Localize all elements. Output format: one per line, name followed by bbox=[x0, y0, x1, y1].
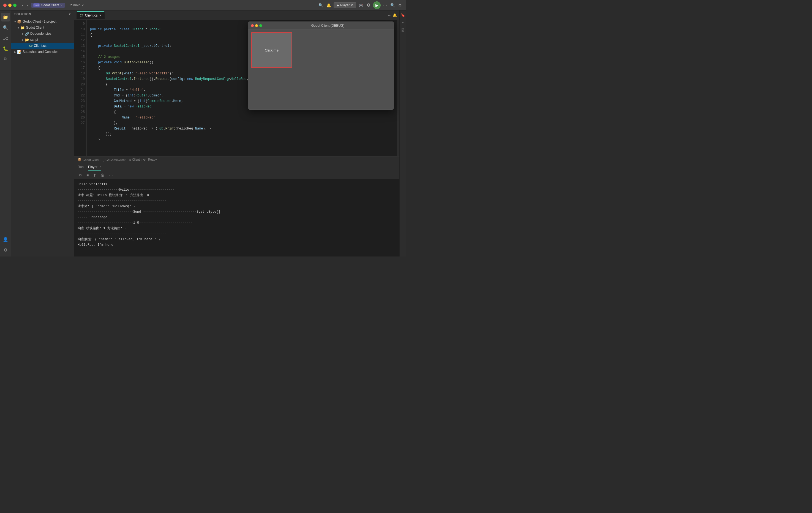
tab-bar: C# Client.cs × ⋯ 🔔 bbox=[74, 10, 399, 20]
breadcrumb-item-2[interactable]: {} GoGameClient bbox=[103, 158, 125, 161]
app-name-arrow[interactable]: ∨ bbox=[60, 3, 63, 7]
godot-debug-window: Godot Client (DEBUG) Click me bbox=[248, 22, 394, 110]
forward-button[interactable]: › bbox=[26, 2, 29, 8]
godot-close-button[interactable] bbox=[251, 24, 254, 27]
manage-icon[interactable]: ⚙ bbox=[1, 245, 10, 254]
search-icon[interactable]: 🔍 bbox=[1, 23, 10, 32]
accounts-icon[interactable]: 👤 bbox=[1, 235, 10, 244]
tab-player[interactable]: Player × bbox=[88, 164, 101, 170]
godot-traffic-lights bbox=[251, 24, 262, 27]
right-sidebar: 🔖 ✦ 🗄 bbox=[399, 10, 406, 256]
branch-arrow[interactable]: ∨ bbox=[82, 3, 84, 7]
clear-icon[interactable]: 🗑 bbox=[99, 172, 106, 178]
title-bar: ‹ › GC Godot Client ∨ ⎇ main ∨ 🔍 🔔 ▶ Pla… bbox=[0, 0, 406, 10]
notification-bell-icon[interactable]: 🔔 bbox=[393, 13, 397, 17]
explorer-icon[interactable]: 📁 bbox=[1, 13, 10, 22]
sidebar-item-godot-client-project[interactable]: ▼ 📦 Godot Client · 1 project bbox=[11, 19, 74, 25]
navigation-buttons: ‹ › bbox=[21, 2, 29, 8]
breadcrumb-item-4[interactable]: ⊙ _Ready bbox=[143, 158, 157, 161]
breadcrumb-item-1[interactable]: Godot Client bbox=[83, 158, 99, 161]
sidebar-item-label: Client.cs bbox=[34, 44, 47, 48]
sidebar-header-arrow[interactable]: ∨ bbox=[68, 12, 71, 16]
output-line: ---------------------Hello--------------… bbox=[78, 187, 396, 193]
sidebar-title: Solution bbox=[14, 12, 31, 16]
tab-label: Client.cs bbox=[85, 14, 98, 17]
tab-client-cs[interactable]: C# Client.cs × bbox=[77, 11, 105, 19]
tab-close-icon[interactable]: × bbox=[99, 14, 101, 17]
main-layout: 📁 🔍 ⎇ 🐛 ⧉ 👤 ⚙ Solution ∨ ▼ 📦 Godot Clien… bbox=[0, 10, 406, 256]
global-search-icon[interactable]: 🔍 bbox=[389, 2, 396, 8]
restart-icon[interactable]: ↺ bbox=[78, 172, 83, 178]
database-icon[interactable]: 🗄 bbox=[401, 28, 405, 33]
maximize-button[interactable] bbox=[13, 4, 17, 7]
csharp-file-icon: C# bbox=[29, 44, 33, 47]
godot-content: Click me bbox=[248, 29, 394, 109]
output-line: 响应数据: { "name": "HelloReq, I'm here " } bbox=[78, 237, 396, 242]
breadcrumb-godot-icon: 📦 bbox=[78, 158, 82, 161]
dependencies-icon: 🔗 bbox=[25, 32, 29, 36]
bottom-panel: Run Player × ↺ ■ ⬆ 🗑 ⋯ Hello world!111 -… bbox=[74, 163, 399, 256]
editor-scrollbar[interactable] bbox=[397, 20, 399, 156]
ai-icon[interactable]: ✦ bbox=[401, 20, 405, 25]
editor-panel: C# Client.cs × ⋯ 🔔 9 10 11 12 13 14 15 bbox=[74, 10, 399, 256]
code-editor-wrapper: 9 10 11 12 13 14 15 16 17 18 19 20 21 22… bbox=[74, 20, 399, 163]
run-button[interactable]: ▶ bbox=[373, 1, 381, 9]
output-line: 响应 模块路由: 1 方法路由: 0 bbox=[78, 226, 396, 231]
godot-maximize-button[interactable] bbox=[259, 24, 262, 27]
sidebar-item-dependencies[interactable]: ▶ 🔗 Dependencies bbox=[11, 31, 74, 37]
arrow-icon: ▶ bbox=[21, 38, 25, 41]
folder-icon: 📁 bbox=[20, 26, 25, 30]
output-line: 请求 标题: Hello 模块路由: 1 方法路由: 0 bbox=[78, 193, 396, 198]
arrow-icon: ▶ bbox=[13, 50, 17, 53]
breadcrumb-item-3[interactable]: ⊕ Client bbox=[129, 158, 140, 161]
line-numbers: 9 10 11 12 13 14 15 16 17 18 19 20 21 22… bbox=[74, 20, 87, 156]
stop-icon[interactable]: ■ bbox=[85, 172, 90, 178]
more-options-icon[interactable]: ⋯ bbox=[108, 172, 114, 178]
tab-run-label: Run bbox=[78, 165, 84, 169]
tab-player-close-icon[interactable]: × bbox=[99, 165, 101, 169]
sidebar-item-client-cs[interactable]: C# Client.cs bbox=[11, 43, 74, 49]
output-line: ----------------------------------------… bbox=[78, 231, 396, 237]
notification-icon[interactable]: 🔔 bbox=[326, 2, 332, 8]
extensions-icon[interactable]: ⧉ bbox=[1, 55, 10, 63]
close-button[interactable] bbox=[3, 4, 7, 7]
more-options-icon[interactable]: ⋯ bbox=[382, 2, 388, 8]
folder-icon: 📦 bbox=[17, 20, 22, 24]
player-label: Player bbox=[340, 3, 350, 7]
branch-name: main bbox=[73, 3, 80, 7]
debug-icon[interactable]: 🐛 bbox=[1, 44, 10, 53]
app-logo: GC Godot Client ∨ bbox=[31, 3, 65, 8]
source-control-icon[interactable]: ⎇ bbox=[1, 34, 10, 43]
sidebar-item-label: Dependencies bbox=[30, 32, 52, 35]
tab-more-icon[interactable]: ⋯ bbox=[388, 13, 392, 17]
bookmarks-icon[interactable]: 🔖 bbox=[400, 13, 406, 18]
sidebar-item-scratches[interactable]: ▶ 📝 Scratches and Consoles bbox=[11, 49, 74, 55]
sidebar-item-script[interactable]: ▶ 📂 script bbox=[11, 37, 74, 43]
sidebar-header: Solution ∨ bbox=[11, 10, 74, 17]
arrow-icon: ▶ bbox=[21, 32, 25, 35]
output-line: ----------------------------1-0---------… bbox=[78, 220, 396, 226]
player-button[interactable]: ▶ Player ∨ bbox=[334, 2, 356, 8]
godot-click-me-button[interactable]: Click me bbox=[251, 32, 292, 68]
global-settings-icon[interactable]: ⚙ bbox=[398, 2, 403, 8]
activity-bar: 📁 🔍 ⎇ 🐛 ⧉ 👤 ⚙ bbox=[0, 10, 11, 256]
minimize-button[interactable] bbox=[8, 4, 11, 7]
code-editor[interactable]: 9 10 11 12 13 14 15 16 17 18 19 20 21 22… bbox=[74, 20, 399, 156]
back-button[interactable]: ‹ bbox=[21, 2, 25, 8]
sidebar-item-godot-client-folder[interactable]: ▼ 📁 Godot Client bbox=[11, 25, 74, 31]
settings-icon[interactable]: ⚙ bbox=[366, 2, 371, 8]
breadcrumb-bar: 📦 Godot Client › {} GoGameClient › ⊕ Cli… bbox=[74, 156, 399, 163]
sidebar-item-label: script bbox=[30, 38, 38, 42]
tab-run[interactable]: Run bbox=[78, 164, 84, 170]
godot-titlebar: Godot Client (DEBUG) bbox=[248, 22, 394, 29]
tab-actions: ⋯ 🔔 bbox=[388, 13, 397, 17]
scroll-to-end-icon[interactable]: ⬆ bbox=[92, 172, 97, 178]
search-icon[interactable]: 🔍 bbox=[318, 2, 324, 8]
traffic-lights bbox=[3, 4, 17, 7]
app-name: Godot Client bbox=[41, 3, 59, 7]
godot-minimize-button[interactable] bbox=[255, 24, 258, 27]
panel-output[interactable]: Hello world!111 ---------------------Hel… bbox=[74, 179, 399, 256]
tab-player-label: Player bbox=[88, 165, 97, 169]
godot-icon[interactable]: 🎮 bbox=[358, 2, 364, 8]
output-line: ----------------------------------------… bbox=[78, 198, 396, 204]
